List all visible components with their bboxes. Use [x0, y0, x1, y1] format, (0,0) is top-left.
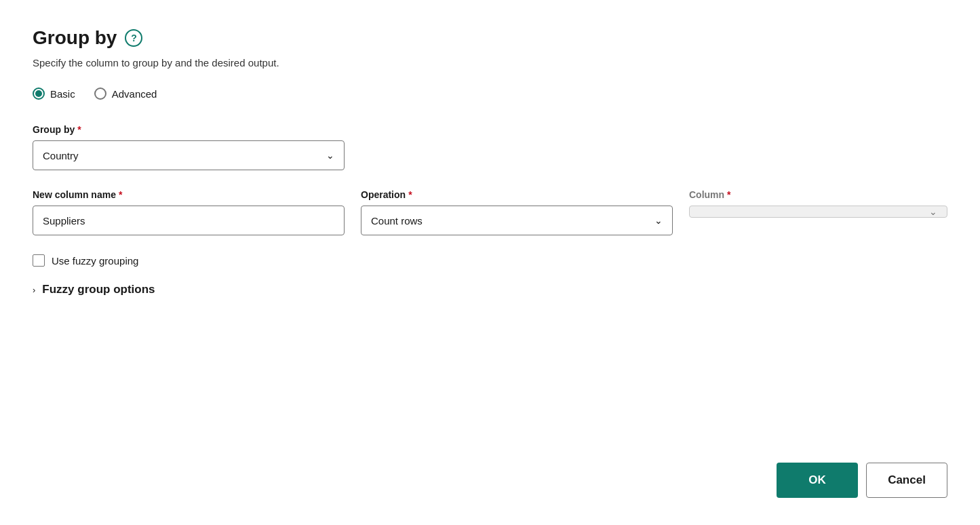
mode-radio-group: Basic Advanced	[33, 88, 947, 100]
fuzzy-options-chevron-icon: ›	[33, 285, 35, 295]
operation-chevron-icon: ⌄	[654, 215, 663, 226]
group-by-label: Group by *	[33, 124, 947, 135]
cancel-button[interactable]: Cancel	[866, 463, 947, 498]
radio-advanced-label: Advanced	[112, 88, 157, 100]
fuzzy-grouping-label: Use fuzzy grouping	[52, 255, 138, 267]
group-by-selected-value: Country	[43, 150, 79, 161]
new-column-label: New column name *	[33, 189, 345, 200]
operation-label: Operation *	[361, 189, 673, 200]
help-icon[interactable]: ?	[125, 29, 142, 47]
column-required: *	[727, 189, 730, 200]
title-row: Group by ?	[33, 27, 947, 49]
bottom-buttons: OK Cancel	[777, 463, 947, 498]
operation-group: Operation * Count rows ⌄	[361, 189, 673, 235]
operation-required: *	[408, 189, 412, 200]
operation-select[interactable]: Count rows ⌄	[361, 206, 673, 235]
radio-advanced[interactable]: Advanced	[94, 88, 157, 100]
fuzzy-grouping-row[interactable]: Use fuzzy grouping	[33, 254, 947, 267]
group-by-section: Group by * Country ⌄	[33, 124, 947, 170]
group-by-select[interactable]: Country ⌄	[33, 140, 345, 170]
column-group: Column * ⌄	[689, 189, 947, 218]
fuzzy-options-row[interactable]: › Fuzzy group options	[33, 283, 947, 296]
fuzzy-grouping-checkbox[interactable]	[33, 254, 45, 267]
column-select[interactable]: ⌄	[689, 206, 947, 218]
new-column-required: *	[119, 189, 122, 200]
radio-advanced-circle	[94, 88, 106, 100]
ok-button[interactable]: OK	[777, 463, 858, 498]
radio-basic-circle	[33, 88, 45, 100]
fields-row: New column name * Operation * Count rows…	[33, 189, 947, 235]
new-column-group: New column name *	[33, 189, 345, 235]
dialog-subtitle: Specify the column to group by and the d…	[33, 57, 947, 69]
group-by-dialog: Group by ? Specify the column to group b…	[0, 0, 980, 525]
column-label: Column *	[689, 189, 947, 200]
column-chevron-icon: ⌄	[929, 206, 937, 217]
group-by-required: *	[77, 124, 81, 135]
operation-selected-value: Count rows	[371, 215, 423, 227]
radio-basic[interactable]: Basic	[33, 88, 75, 100]
fuzzy-options-label: Fuzzy group options	[42, 283, 155, 296]
new-column-input[interactable]	[33, 206, 345, 235]
group-by-chevron-icon: ⌄	[326, 150, 334, 161]
radio-basic-label: Basic	[50, 88, 75, 100]
dialog-title: Group by	[33, 27, 117, 49]
